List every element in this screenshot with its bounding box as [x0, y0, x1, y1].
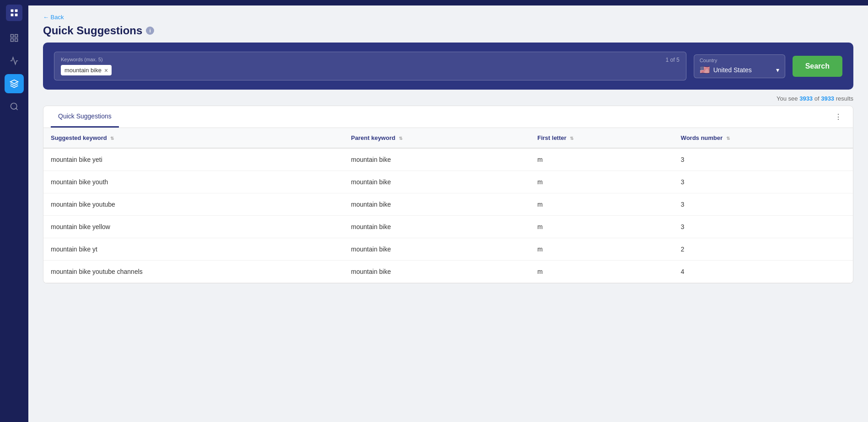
page-header: ← Back Quick Suggestions i: [28, 5, 868, 43]
country-selector[interactable]: Country 🇺🇸 United States ▾: [694, 54, 785, 78]
keyword-tag-text: mountain bike: [64, 67, 102, 74]
country-label: Country: [700, 58, 779, 63]
app-logo: [6, 5, 22, 21]
cell-words-number: 2: [674, 238, 853, 261]
results-prefix: You see: [777, 95, 799, 102]
sort-icon-words-number: ⇅: [726, 136, 730, 141]
more-options-button[interactable]: ⋮: [831, 110, 846, 124]
sidebar-item-settings[interactable]: [5, 97, 24, 116]
col-header-words-number: Words number: [681, 134, 723, 141]
topbar: [28, 0, 868, 5]
country-inner: 🇺🇸 United States: [700, 65, 752, 75]
table-header-row: Suggested keyword ⇅ Parent keyword ⇅ Fir…: [43, 128, 853, 148]
table-row: mountain bike ytmountain bikem2: [43, 238, 853, 261]
table-body: mountain bike yetimountain bikem3mountai…: [43, 148, 853, 283]
chevron-down-icon: ▾: [776, 66, 779, 74]
col-suggested-keyword[interactable]: Suggested keyword ⇅: [43, 128, 344, 148]
cell-parent-keyword: mountain bike: [344, 171, 530, 193]
col-parent-keyword[interactable]: Parent keyword ⇅: [344, 128, 530, 148]
tabs-row: Quick Suggestions ⋮: [43, 106, 853, 128]
svg-rect-3: [15, 14, 18, 16]
results-suffix: results: [834, 95, 853, 102]
cell-first-letter: m: [530, 171, 674, 193]
cell-suggested-keyword: mountain bike yt: [43, 238, 344, 261]
keyword-tag: mountain bike ×: [61, 65, 112, 75]
country-name: United States: [713, 66, 752, 74]
table-row: mountain bike youthmountain bikem3: [43, 171, 853, 193]
back-link[interactable]: ← Back: [43, 14, 853, 21]
svg-line-9: [16, 108, 18, 110]
svg-rect-7: [15, 39, 18, 42]
tab-quick-suggestions[interactable]: Quick Suggestions: [51, 106, 119, 128]
results-seen: 3933: [799, 95, 813, 102]
keywords-count: 1 of 5: [666, 57, 680, 63]
keywords-tags: mountain bike ×: [61, 65, 680, 75]
search-panel: Keywords (max. 5) 1 of 5 mountain bike ×…: [43, 43, 853, 90]
cell-words-number: 3: [674, 148, 853, 171]
table-row: mountain bike youtube channelsmountain b…: [43, 261, 853, 283]
sidebar-item-tools[interactable]: [5, 74, 24, 93]
cell-suggested-keyword: mountain bike youtube channels: [43, 261, 344, 283]
cell-first-letter: m: [530, 261, 674, 283]
country-flag: 🇺🇸: [700, 65, 710, 75]
page-title-row: Quick Suggestions i: [43, 24, 853, 37]
svg-rect-6: [11, 39, 14, 42]
table-row: mountain bike yellowmountain bikem3: [43, 216, 853, 238]
cell-parent-keyword: mountain bike: [344, 216, 530, 238]
cell-suggested-keyword: mountain bike yeti: [43, 148, 344, 171]
search-button[interactable]: Search: [793, 56, 842, 77]
svg-rect-0: [11, 10, 14, 12]
col-first-letter[interactable]: First letter ⇅: [530, 128, 674, 148]
cell-first-letter: m: [530, 216, 674, 238]
keywords-field[interactable]: Keywords (max. 5) 1 of 5 mountain bike ×: [54, 52, 686, 80]
sort-icon-first-letter: ⇅: [570, 136, 573, 141]
cell-first-letter: m: [530, 193, 674, 216]
results-section: You see 3933 of 3933 results Quick Sugge…: [28, 90, 868, 422]
sort-icon-parent: ⇅: [399, 136, 402, 141]
sidebar-item-grid[interactable]: [5, 28, 24, 48]
col-header-suggested: Suggested keyword: [51, 134, 107, 141]
table-row: mountain bike yetimountain bikem3: [43, 148, 853, 171]
sidebar: [0, 0, 28, 422]
cell-words-number: 3: [674, 171, 853, 193]
col-header-parent: Parent keyword: [351, 134, 396, 141]
cell-first-letter: m: [530, 148, 674, 171]
cell-suggested-keyword: mountain bike youth: [43, 171, 344, 193]
results-of: of: [813, 95, 821, 102]
sort-icon-suggested: ⇅: [110, 136, 114, 141]
results-summary: You see 3933 of 3933 results: [43, 90, 853, 106]
info-icon[interactable]: i: [146, 27, 154, 35]
keywords-label: Keywords (max. 5): [61, 57, 680, 62]
results-table: Suggested keyword ⇅ Parent keyword ⇅ Fir…: [43, 128, 853, 283]
svg-rect-4: [11, 35, 14, 37]
table-container: Suggested keyword ⇅ Parent keyword ⇅ Fir…: [43, 128, 853, 283]
results-total: 3933: [821, 95, 834, 102]
cell-parent-keyword: mountain bike: [344, 193, 530, 216]
svg-point-8: [11, 103, 17, 109]
cell-parent-keyword: mountain bike: [344, 261, 530, 283]
svg-rect-5: [15, 35, 18, 37]
page-title: Quick Suggestions: [43, 24, 142, 37]
cell-suggested-keyword: mountain bike youtube: [43, 193, 344, 216]
cell-words-number: 4: [674, 261, 853, 283]
svg-rect-2: [11, 14, 14, 16]
cell-words-number: 3: [674, 193, 853, 216]
cell-parent-keyword: mountain bike: [344, 148, 530, 171]
cell-suggested-keyword: mountain bike yellow: [43, 216, 344, 238]
table-row: mountain bike youtubemountain bikem3: [43, 193, 853, 216]
sidebar-item-analytics[interactable]: [5, 51, 24, 70]
cell-words-number: 3: [674, 216, 853, 238]
cell-parent-keyword: mountain bike: [344, 238, 530, 261]
svg-rect-1: [15, 10, 18, 12]
col-header-first-letter: First letter: [537, 134, 567, 141]
main-content: ← Back Quick Suggestions i Keywords (max…: [28, 5, 868, 422]
tag-close-button[interactable]: ×: [104, 67, 108, 74]
cell-first-letter: m: [530, 238, 674, 261]
col-words-number[interactable]: Words number ⇅: [674, 128, 853, 148]
country-value: 🇺🇸 United States ▾: [700, 65, 779, 75]
